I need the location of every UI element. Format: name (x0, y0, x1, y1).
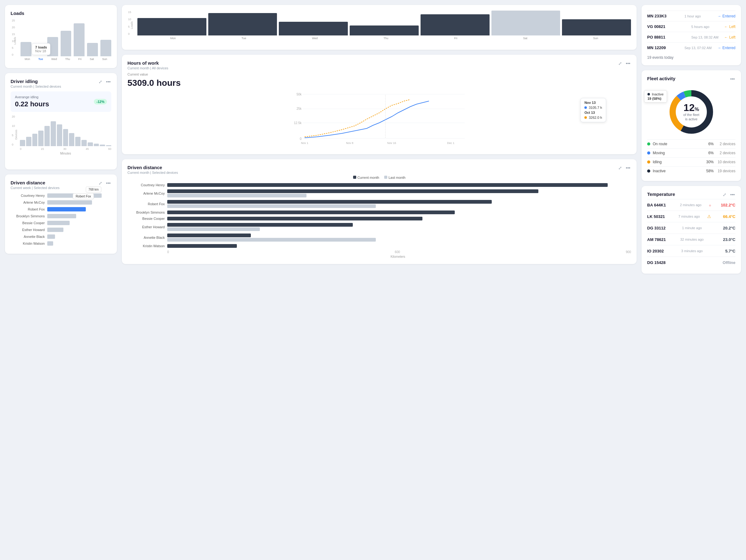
legend-dot-last (384, 176, 387, 179)
temp-id-dg15428: DG 15428 (647, 260, 674, 265)
driven-left-expand-btn[interactable]: ⤢ (98, 180, 103, 186)
hours-tooltip: Nov 13 3105.7 h Oct 13 3262.0 h (580, 98, 606, 122)
driven-row-bessie: Bessie Cooper (10, 221, 111, 225)
legend-dot-onroute (647, 142, 650, 145)
hist-bar-10 (75, 137, 81, 146)
top-bar-6 (491, 10, 561, 35)
temp-val-io20302: 5.7°C (714, 249, 736, 253)
bar-arlene (47, 200, 92, 204)
legend-dot-inactive (647, 169, 650, 173)
idling-y-axis-label: Devices (15, 130, 18, 140)
driven-middle-expand-btn[interactable]: ⤢ (618, 165, 623, 171)
hbar-name-robert-m: Robert Fox (127, 202, 165, 206)
legend-label-onroute: On route (653, 142, 702, 146)
hours-of-work-card: Hours of work Current month | All device… (122, 55, 637, 154)
driven-middle-more-btn[interactable]: ••• (625, 165, 631, 171)
idling-bars: 20 10 5 0 (20, 115, 111, 146)
fleet-legend: On route 6% 2 devices Moving 6% 2 device… (647, 139, 736, 175)
events-list: MN 233K3 1 hour ago → Entered VG 00821 5… (647, 10, 736, 53)
hours-title: Hours of work (127, 60, 168, 65)
temp-expand-btn[interactable]: ⤢ (722, 192, 727, 198)
legend-dot-moving (647, 151, 650, 155)
driven-left-more-btn[interactable]: ••• (105, 180, 111, 186)
hist-bar-6 (51, 121, 56, 146)
hbar-row-bessie-m: Bessie Cooper (127, 217, 631, 220)
fleet-header: Fleet activity ••• (647, 76, 736, 82)
temp-time-ba644k1: 2 minutes ago (675, 203, 706, 207)
bar-wed (47, 37, 58, 56)
fleet-center-pct: 12% (683, 103, 699, 113)
hbar-name-kristin-m: Kristin Watson (127, 244, 165, 248)
temp-time-dg33112: 1 minute ago (677, 226, 708, 230)
hbar-wrap-brooklyn (167, 211, 631, 214)
hbar-name-arlene-m: Arlene McCoy (127, 192, 165, 195)
legend-dot-current (353, 176, 356, 179)
loads-bar-chart: Loads 25 20 15 10 5 0 (10, 19, 111, 62)
hbar-row-courtney: Courtney Henry (127, 183, 631, 187)
top-loads-chart: Loads 15 10 5 0 (127, 10, 631, 47)
idling-avg-value: 0.22 hours (15, 100, 49, 108)
svg-text:Nov 8: Nov 8 (346, 141, 353, 145)
temp-time-lk50321: 7 minutes ago (673, 215, 705, 218)
temp-time-am78621: 32 minutes ago (677, 237, 708, 241)
bar-brooklyn (47, 214, 76, 218)
fleet-donut-wrap: Inactive 19 (58%) (647, 87, 736, 137)
loads-tooltip-value: 7 loads (35, 46, 47, 49)
driven-name-arlene: Arlene McCoy (10, 201, 45, 204)
svg-text:25k: 25k (296, 107, 302, 110)
temp-offline-icon: · (710, 260, 711, 265)
legend-pct-idling: 30% (702, 160, 714, 164)
hist-bar-5 (45, 126, 50, 146)
driven-bar-robert (47, 207, 111, 212)
driven-middle-title: Driven distance (127, 165, 178, 170)
legend-last-month: Last month (384, 176, 405, 179)
driven-name-brooklyn: Brooklyn Simmons (10, 214, 45, 218)
idling-expand-btn[interactable]: ⤢ (98, 79, 103, 85)
enter-arrow-icon: → (717, 14, 721, 18)
hbar-row-annette-m: Annette Black (127, 233, 631, 242)
fleet-more-btn[interactable]: ••• (729, 76, 736, 82)
bar-annette (47, 234, 55, 239)
idling-more-btn[interactable]: ••• (105, 79, 111, 85)
temp-normal-icon-io: · (710, 248, 711, 253)
temp-row-am78621: AM 78621 32 minutes ago · 23.0°C (647, 233, 736, 245)
fleet-tooltip-value: 19 (58%) (648, 97, 664, 101)
driven-left-title-area: Driven distance Current week | Selected … (10, 180, 60, 190)
driven-middle-title-area: Driven distance Current month | Selected… (127, 165, 178, 174)
event-dir-po88811: ← Left (724, 35, 736, 39)
temp-val-am78621: 23.0°C (714, 237, 736, 242)
idling-title: Driver idling (10, 79, 61, 84)
driven-left-list: Courtney Henry 768 km Arlene McCoy Rober… (10, 193, 111, 246)
legend-label-idling: Idling (653, 160, 702, 164)
driven-name-esther: Esther Howard (10, 228, 45, 232)
event-row-po88811: PO 88811 Sep 13, 08:32 AM ← Left (647, 32, 736, 42)
driven-name-bessie: Bessie Cooper (10, 221, 45, 225)
driven-tooltip-km: 768 km (86, 187, 102, 193)
driven-middle-x-axis-label: Kilometers (127, 255, 631, 258)
loads-title: Loads (10, 10, 24, 16)
event-row-mn12209: MN 12209 Sep 13, 07:02 AM → Entered (647, 42, 736, 53)
events-total: 19 events today (647, 55, 736, 60)
temp-id-am78621: AM 78621 (647, 237, 674, 242)
hours-tooltip-date2: Oct 13 (584, 111, 602, 114)
hist-bar-7 (57, 124, 62, 146)
temperature-card: Temperature ⤢ ••• BA 644K1 2 minutes ago… (641, 186, 741, 274)
temp-row-dg15428: DG 15428 · Offline (647, 256, 736, 268)
idling-summary: Averange idling 0.22 hours -12% (10, 91, 111, 112)
hours-actions: ⤢ ••• (618, 60, 631, 66)
hist-bar-3 (32, 134, 38, 146)
hist-bar-1 (20, 140, 25, 146)
hours-tooltip-val1: 3105.7 h (589, 106, 602, 109)
idling-x-axis-label: Minutes (20, 152, 111, 155)
hours-more-btn[interactable]: ••• (625, 60, 631, 66)
hours-expand-btn[interactable]: ⤢ (618, 60, 623, 66)
hist-bar-12 (88, 142, 93, 146)
hbar-wrap-kristin (167, 244, 631, 248)
legend-devices-inactive: 19 devices (714, 169, 736, 173)
hbar-current-bessie (167, 217, 423, 220)
bar-bessie (47, 221, 69, 225)
driven-row-arlene: Arlene McCoy Robert Fox (10, 200, 111, 204)
temp-val-dg15428: Offline (714, 260, 736, 265)
hbar-current-robert (167, 200, 492, 204)
temp-more-btn[interactable]: ••• (729, 192, 736, 198)
